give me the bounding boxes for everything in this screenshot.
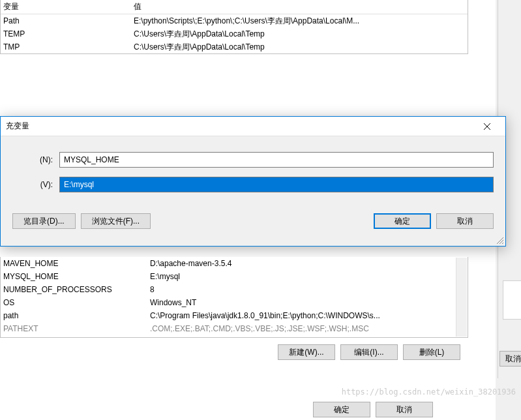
window-ok-button[interactable]: 确定	[313, 402, 370, 417]
cancel-button[interactable]: 取消	[436, 213, 494, 229]
table-row[interactable]: PATHEXT .COM;.EXE;.BAT;.CMD;.VBS;.VBE;.J…	[1, 322, 468, 335]
delete-button[interactable]: 删除(L)	[403, 344, 460, 360]
table-row[interactable]: TMP C:\Users\李垚周\AppData\Local\Temp	[1, 40, 468, 53]
window-cancel-button[interactable]: 取消	[376, 402, 433, 417]
var-value-label: (V):	[1, 180, 59, 189]
var-value: E:\python\Scripts\;E:\python\;C:\Users\李…	[131, 16, 468, 27]
header-variable[interactable]: 变量	[1, 1, 131, 12]
var-value: E:\mysql	[147, 272, 468, 281]
var-name: MAVEN_HOME	[1, 259, 147, 268]
var-name: Path	[1, 16, 131, 25]
edit-variable-dialog: 充变量 (N): (V): 览目录(D)... 浏览文件(F)... 确定 取消	[0, 116, 506, 247]
var-value: C:\Users\李垚周\AppData\Local\Temp	[131, 42, 468, 53]
edit-button[interactable]: 编辑(I)...	[340, 344, 398, 360]
table-row[interactable]: NUMBER_OF_PROCESSORS 8	[1, 283, 468, 296]
window-buttons: 确定 取消	[313, 402, 433, 417]
close-icon	[484, 123, 490, 130]
dialog-title: 充变量	[6, 121, 29, 132]
header-value[interactable]: 值	[131, 1, 468, 12]
browse-dir-button[interactable]: 览目录(D)...	[12, 213, 76, 229]
var-name-input[interactable]	[59, 152, 494, 168]
var-name: TMP	[1, 42, 131, 52]
var-value: C:\Program Files\java\jdk1.8.0_91\bin;E:…	[147, 311, 468, 320]
var-name: TEMP	[1, 29, 131, 38]
grip-icon	[496, 237, 504, 245]
system-variables-table: MAVEN_HOME D:\apache-maven-3.5.4 MYSQL_H…	[0, 257, 468, 338]
scrollbar[interactable]	[456, 258, 467, 337]
close-button[interactable]	[474, 118, 500, 135]
table-row[interactable]: OS Windows_NT	[1, 296, 468, 309]
var-value: D:\apache-maven-3.5.4	[147, 259, 468, 268]
user-variables-table: 变量 值 Path E:\python\Scripts\;E:\python\;…	[0, 0, 468, 54]
var-name: path	[1, 311, 147, 320]
table-header: 变量 值	[1, 0, 468, 14]
browse-file-button[interactable]: 浏览文件(F)...	[81, 213, 151, 229]
var-value-input[interactable]	[59, 177, 494, 192]
resize-grip[interactable]	[496, 237, 504, 245]
outer-cancel-button[interactable]: 取消	[499, 351, 521, 367]
var-name: PATHEXT	[1, 324, 147, 333]
var-value: 8	[147, 285, 468, 294]
table-row[interactable]: Path E:\python\Scripts\;E:\python\;C:\Us…	[1, 14, 468, 27]
system-var-buttons: 新建(W)... 编辑(I)... 删除(L)	[0, 344, 468, 360]
table-row[interactable]: MYSQL_HOME E:\mysql	[1, 270, 468, 283]
var-value: C:\Users\李垚周\AppData\Local\Temp	[131, 29, 468, 40]
var-name: MYSQL_HOME	[1, 272, 147, 281]
dialog-titlebar[interactable]: 充变量	[1, 117, 505, 136]
var-name: NUMBER_OF_PROCESSORS	[1, 285, 147, 294]
ok-button[interactable]: 确定	[374, 213, 431, 229]
table-row[interactable]: MAVEN_HOME D:\apache-maven-3.5.4	[1, 257, 468, 270]
var-value: Windows_NT	[147, 298, 468, 307]
var-name-label: (N):	[1, 155, 59, 164]
new-button[interactable]: 新建(W)...	[278, 344, 335, 360]
var-name: OS	[1, 298, 147, 307]
table-row[interactable]: path C:\Program Files\java\jdk1.8.0_91\b…	[1, 309, 468, 322]
watermark: https://blog.csdn.net/weixin_38201936	[342, 387, 516, 397]
var-value: .COM;.EXE;.BAT;.CMD;.VBS;.VBE;.JS;.JSE;.…	[147, 324, 468, 333]
table-row[interactable]: TEMP C:\Users\李垚周\AppData\Local\Temp	[1, 27, 468, 40]
